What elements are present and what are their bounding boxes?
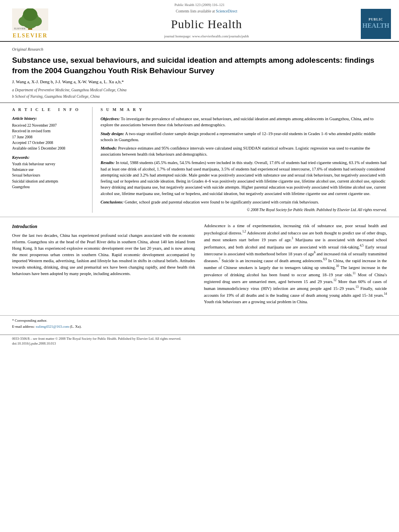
elsevier-logo: ELSEVIER ELSEVIER bbox=[8, 8, 52, 40]
badge-main-text: HEALTH bbox=[362, 22, 389, 30]
article-category: Original Research bbox=[12, 47, 387, 53]
article-info-label: A R T I C L E I N F O bbox=[12, 107, 84, 113]
keyword-5: Guangzhou bbox=[12, 185, 84, 190]
keyword-4: Suicidal ideation and attempts bbox=[12, 179, 84, 184]
methods-text: Prevalence estimates and 95% confidence … bbox=[101, 146, 370, 156]
authors-line: J. Wang a, X-J. Deng b, J-J. Wang a, X-W… bbox=[12, 79, 387, 85]
email-note: E-mail address: xulimg4321@163.com (L. X… bbox=[12, 324, 387, 329]
right-col-summary: S U M M A R Y Objectives: To investigate… bbox=[93, 107, 387, 213]
article-info-summary-section: A R T I C L E I N F O Article history: R… bbox=[0, 103, 399, 217]
journal-header-inner: ELSEVIER ELSEVIER Contents lists availab… bbox=[8, 8, 391, 40]
accepted-date: Accepted 17 October 2008 bbox=[12, 140, 84, 146]
svg-text:ELSEVIER: ELSEVIER bbox=[14, 27, 25, 30]
keyword-1: Youth risk behaviour survey bbox=[12, 162, 84, 167]
received-date: Received 22 November 2007 bbox=[12, 123, 84, 128]
introduction-para1: Over the last two decades, China has exp… bbox=[12, 232, 195, 277]
email-label: E-mail address: bbox=[12, 325, 35, 329]
journal-name: Public Health bbox=[52, 16, 361, 33]
methods-heading: Methods: bbox=[101, 146, 117, 150]
results-heading: Results: bbox=[101, 160, 115, 165]
main-body: Introduction Over the last two decades, … bbox=[0, 217, 399, 312]
affiliation-a: a Department of Preventive Medicine, Gua… bbox=[12, 88, 387, 93]
elsevier-tree-icon: ELSEVIER bbox=[12, 8, 48, 31]
body-left-col: Introduction Over the last two decades, … bbox=[12, 223, 195, 308]
summary-label: S U M M A R Y bbox=[101, 107, 387, 113]
revised-label: Received in revised form bbox=[12, 129, 84, 134]
badge-top-text: PUBLIC bbox=[368, 18, 383, 22]
article-header: Original Research Substance use, sexual … bbox=[0, 42, 399, 103]
objectives-heading: Objectives: bbox=[101, 117, 120, 121]
authors-text: J. Wang a, X-J. Deng b, J-J. Wang a, X-W… bbox=[12, 79, 124, 84]
email-link[interactable]: xulimg4321@163.com bbox=[35, 325, 69, 329]
copyright-line: © 2008 The Royal Society for Public Heal… bbox=[101, 207, 387, 213]
right-col-para1: Adolescence is a time of experimentation… bbox=[204, 223, 387, 305]
available-date: Available online 5 December 2008 bbox=[12, 146, 84, 151]
bottom-bar-text1: 0033-3506/$ – see front matter © 2008 Th… bbox=[12, 337, 387, 341]
body-right-col: Adolescence is a time of experimentation… bbox=[204, 223, 387, 308]
footnote-area: * Corresponding author. E-mail address: … bbox=[0, 315, 399, 331]
results-text: In total, 5988 students (45.5% males, 54… bbox=[101, 160, 387, 195]
bottom-bar-text2: doi:10.1016/j.puhe.2008.10.013 bbox=[12, 341, 387, 346]
revised-date: 17 June 2008 bbox=[12, 135, 84, 140]
page-wrapper: Public Health 123 (2009) 116–121 ELSEVIE… bbox=[0, 0, 399, 348]
keyword-3: Sexual behaviours bbox=[12, 173, 84, 178]
keywords-heading: Keywords: bbox=[12, 155, 84, 160]
bottom-bar: 0033-3506/$ – see front matter © 2008 Th… bbox=[0, 335, 399, 348]
study-design-text: A two-stage stratified cluster sample de… bbox=[101, 131, 376, 142]
article-history-heading: Article history: bbox=[12, 116, 84, 121]
elsevier-wordmark: ELSEVIER bbox=[13, 32, 48, 40]
objectives-text: To investigate the prevalence of substan… bbox=[101, 117, 374, 127]
study-design-heading: Study design: bbox=[101, 131, 124, 136]
svg-point-5 bbox=[23, 8, 37, 21]
journal-title-center: Contents lists available at ScienceDirec… bbox=[52, 9, 361, 39]
affiliation-b: b School of Nursing, Guangzhou Medical C… bbox=[12, 94, 387, 99]
conclusions-para: Conclusions: Gender, school grade and pa… bbox=[101, 199, 387, 205]
journal-citation: Public Health 123 (2009) 116–121 bbox=[175, 3, 225, 7]
conclusions-text: Gender, school grade and parental educat… bbox=[125, 200, 319, 204]
journal-homepage: journal homepage: www.elsevierhealth.com… bbox=[52, 34, 361, 39]
conclusions-heading: Conclusions: bbox=[101, 200, 123, 204]
body-two-col: Introduction Over the last two decades, … bbox=[12, 223, 387, 308]
study-design-para: Study design: A two-stage stratified clu… bbox=[101, 131, 387, 143]
corresponding-author-note: * Corresponding author. bbox=[12, 318, 387, 323]
sciencedirect-link[interactable]: ScienceDirect bbox=[216, 9, 237, 13]
article-title: Substance use, sexual behaviours, and su… bbox=[12, 55, 387, 76]
journal-top-bar: Public Health 123 (2009) 116–121 bbox=[8, 2, 391, 8]
left-col: A R T I C L E I N F O Article history: R… bbox=[12, 107, 93, 213]
journal-header: Public Health 123 (2009) 116–121 ELSEVIE… bbox=[0, 0, 399, 42]
keyword-2: Substance use bbox=[12, 167, 84, 173]
methods-para: Methods: Prevalence estimates and 95% co… bbox=[101, 145, 387, 157]
email-suffix: (L. Xu). bbox=[70, 325, 82, 329]
public-health-badge: PUBLIC HEALTH bbox=[361, 9, 391, 39]
results-para: Results: In total, 5988 students (45.5% … bbox=[101, 160, 387, 196]
objectives-para: Objectives: To investigate the prevalenc… bbox=[101, 116, 387, 128]
introduction-heading: Introduction bbox=[12, 223, 195, 230]
sciencedirect-line: Contents lists available at ScienceDirec… bbox=[52, 9, 361, 14]
